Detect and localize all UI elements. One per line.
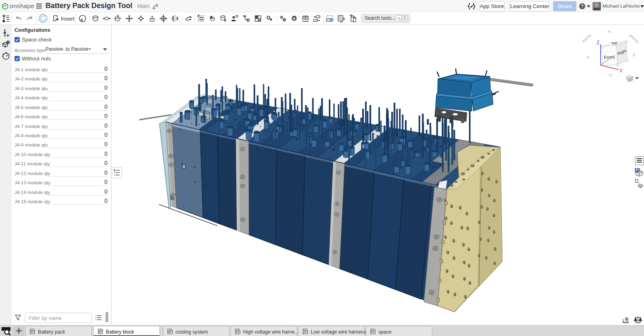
- svg-text:X: X: [619, 68, 623, 74]
- svg-text:?: ?: [7, 41, 9, 44]
- svg-text:Z: Z: [597, 40, 599, 45]
- svg-text:Front: Front: [604, 54, 615, 60]
